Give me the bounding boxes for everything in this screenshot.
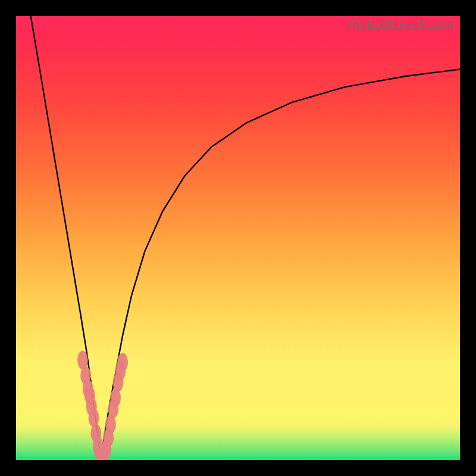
gradient-background <box>16 16 460 460</box>
image-frame: TheBottleneck.com <box>0 0 476 476</box>
chart-svg <box>16 16 460 460</box>
data-point <box>89 408 99 427</box>
data-point <box>117 353 128 371</box>
watermark-text: TheBottleneck.com <box>345 18 454 32</box>
plot-area: TheBottleneck.com <box>16 16 460 460</box>
